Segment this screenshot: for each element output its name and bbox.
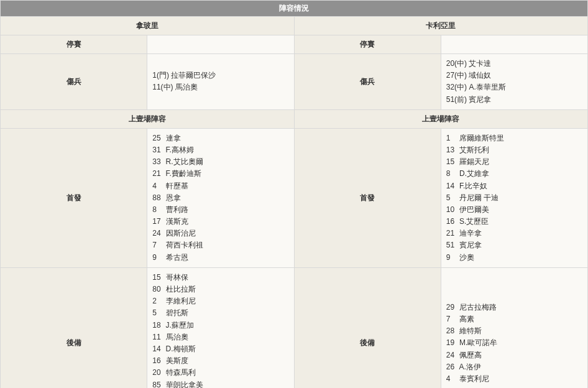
label-starting-right: 首發 <box>294 128 441 267</box>
suspended-left <box>147 35 294 54</box>
player-line: 1 席爾維斯特里 <box>446 132 582 144</box>
player-line: 8 曹利路 <box>152 204 288 216</box>
starting-right: 1 席爾維斯特里13 艾斯托利15 羅錫天尼8 D.艾維拿14 F.比辛奴5 丹… <box>441 128 587 267</box>
label-starting-left: 首發 <box>1 128 147 267</box>
player-line: 13 艾斯托利 <box>446 144 582 156</box>
player-line: 80 杜比拉斯 <box>152 284 288 295</box>
player-line: 11 馬治奧 <box>152 331 288 343</box>
player-line: 16 S.艾歷臣 <box>446 216 582 228</box>
player-line: 21 F.費齡迪斯 <box>152 168 288 180</box>
player-line: 32(中) A.泰華里斯 <box>446 81 582 93</box>
player-line: 4 軒歷基 <box>152 180 288 192</box>
title-row: 陣容情況 <box>1 1 588 17</box>
player-line: 2 李維利尼 <box>152 295 288 307</box>
player-line: 7 高素 <box>446 313 582 325</box>
player-line: 28 維特斯 <box>446 325 582 337</box>
player-line: 31 F.高林姆 <box>152 144 288 156</box>
player-line: 11(中) 馬治奧 <box>152 81 288 93</box>
last-lineup-right: 上壹場陣容 <box>294 109 588 128</box>
player-line: 26 A.洛伊 <box>446 361 582 373</box>
injured-left: 1(門) 拉菲爾巴保沙11(中) 馬治奧 <box>147 54 294 110</box>
player-line: 51 賓尼拿 <box>446 239 582 251</box>
player-line: 15 羅錫天尼 <box>446 156 582 168</box>
player-line: 9 希古恩 <box>152 252 288 264</box>
subs-row: 後備 15 哥林保80 杜比拉斯2 李維利尼5 碧托斯18 J.蘇歷加11 馬治… <box>1 267 588 388</box>
player-line: 1(門) 拉菲爾巴保沙 <box>152 70 288 81</box>
subs-left: 15 哥林保80 杜比拉斯2 李維利尼5 碧托斯18 J.蘇歷加11 馬治奧14… <box>147 267 294 388</box>
player-line: 5 丹尼爾 干迪 <box>446 192 582 204</box>
last-lineup-row: 上壹場陣容 上壹場陣容 <box>1 109 588 128</box>
player-line: 27(中) 域仙奴 <box>446 70 582 81</box>
label-suspended-right: 停賽 <box>294 35 441 54</box>
subs-right: 29 尼古拉梅路7 高素28 維特斯19 M.歐可諾牟24 佩歷高26 A.洛伊… <box>441 267 587 388</box>
player-line: 33 R.艾比奧爾 <box>152 156 288 168</box>
last-lineup-left: 上壹場陣容 <box>1 109 295 128</box>
player-line: 7 荷西卡利祖 <box>152 239 288 251</box>
player-line: 8 D.艾維拿 <box>446 168 582 180</box>
player-line: 19 M.歐可諾牟 <box>446 337 582 349</box>
starting-row: 首發 25 連拿31 F.高林姆33 R.艾比奧爾21 F.費齡迪斯4 軒歷基8… <box>1 128 588 267</box>
player-line: 20 特森馬利 <box>152 367 288 379</box>
lineup-table: 陣容情況 拿玻里 卡利亞里 停賽 停賽 傷兵 1(門) 拉菲爾巴保沙11(中) … <box>0 0 588 388</box>
starting-left: 25 連拿31 F.高林姆33 R.艾比奧爾21 F.費齡迪斯4 軒歷基88 恩… <box>147 128 294 267</box>
player-line: 17 漢斯克 <box>152 216 288 228</box>
label-injured-left: 傷兵 <box>1 54 147 110</box>
player-line: 14 D.梅頓斯 <box>152 343 288 355</box>
injured-right: 20(中) 艾卡達27(中) 域仙奴32(中) A.泰華里斯51(前) 賓尼拿 <box>441 54 587 110</box>
player-line: 15 哥林保 <box>152 272 288 284</box>
label-subs-right: 後備 <box>294 267 441 388</box>
player-line: 5 碧托斯 <box>152 307 288 319</box>
player-line: 10 伊巴爾美 <box>446 204 582 216</box>
player-line: 4 泰賓利尼 <box>446 373 582 385</box>
injured-row: 傷兵 1(門) 拉菲爾巴保沙11(中) 馬治奧 傷兵 20(中) 艾卡達27(中… <box>1 54 588 110</box>
team-right-name: 卡利亞里 <box>294 17 588 35</box>
player-line: 25 連拿 <box>152 132 288 144</box>
player-line: 24 因斯治尼 <box>152 228 288 239</box>
player-line: 51(前) 賓尼拿 <box>446 94 582 106</box>
player-line: 29 尼古拉梅路 <box>446 302 582 313</box>
player-line: 88 恩拿 <box>152 192 288 204</box>
player-line: 85 華朗比拿美 <box>152 379 288 389</box>
team-left-name: 拿玻里 <box>1 17 295 35</box>
suspended-right <box>441 35 587 54</box>
player-line: 14 F.比辛奴 <box>446 180 582 192</box>
player-line: 21 迪辛拿 <box>446 228 582 239</box>
suspended-row: 停賽 停賽 <box>1 35 588 54</box>
table-title: 陣容情況 <box>1 1 588 17</box>
player-line: 18 J.蘇歷加 <box>152 320 288 331</box>
teams-row: 拿玻里 卡利亞里 <box>1 17 588 35</box>
label-subs-left: 後備 <box>1 267 147 388</box>
player-line: 16 美斯度 <box>152 355 288 367</box>
player-line: 24 佩歷高 <box>446 349 582 361</box>
label-suspended-left: 停賽 <box>1 35 147 54</box>
label-injured-right: 傷兵 <box>294 54 441 110</box>
player-line: 20(中) 艾卡達 <box>446 58 582 70</box>
player-line: 9 沙奧 <box>446 252 582 264</box>
